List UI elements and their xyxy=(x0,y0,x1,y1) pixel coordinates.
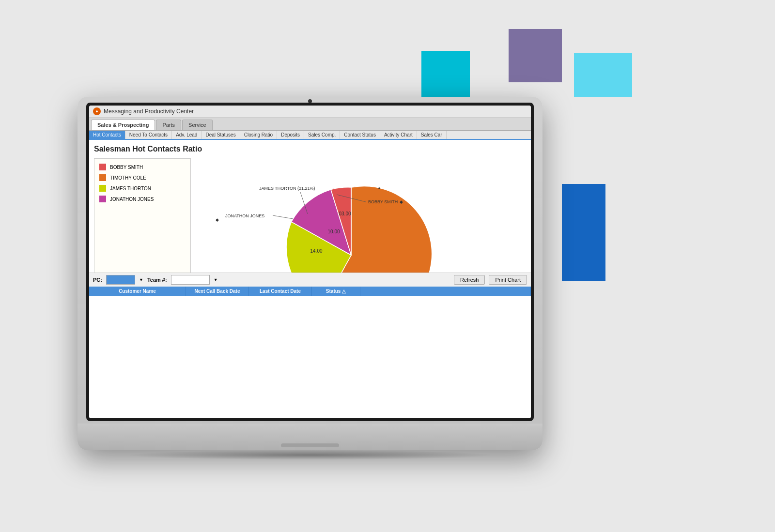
legend-box: BOBBY SMITH TIMOTHY COLE JAMES THORTON xyxy=(94,158,191,273)
app-icon: ● xyxy=(93,107,101,115)
bg-square-cyan xyxy=(421,51,470,99)
refresh-button[interactable]: Refresh xyxy=(454,275,485,285)
pie-chart-svg: 39.00 14.00 10.00 03.00 TIMOTHY COLE (59… xyxy=(245,158,477,273)
chart-content: BOBBY SMITH TIMOTHY COLE JAMES THORTON xyxy=(94,158,526,273)
legend-item-james: JAMES THORTON xyxy=(99,185,186,192)
subtab-adv-lead[interactable]: Adv. Lead xyxy=(172,131,202,139)
subtab-sales-car[interactable]: Sales Car xyxy=(417,131,447,139)
bg-square-cyan2 xyxy=(574,53,632,97)
subtab-need-to-contacts[interactable]: Need To Contacts xyxy=(125,131,172,139)
subtab-closing-ratio[interactable]: Closing Ratio xyxy=(240,131,277,139)
ticker-jonathon: ◆ xyxy=(216,217,219,222)
subtab-contact-status[interactable]: Contact Status xyxy=(340,131,380,139)
app-titlebar: ● Messaging and Productivity Center xyxy=(89,106,531,118)
bottom-toolbar: PC: ▼ Team #: ▼ Refresh Print Chart xyxy=(89,273,531,287)
pc-input[interactable] xyxy=(106,275,135,285)
subtab-activity-chart[interactable]: Activity Chart xyxy=(380,131,417,139)
main-tabs: Sales & Prospecting Parts Service xyxy=(89,118,531,131)
legend-label-james: JAMES THORTON xyxy=(110,186,151,191)
legend-label-bobby: BOBBY SMITH xyxy=(110,165,143,170)
bg-square-purple xyxy=(509,29,562,82)
legend-color-bobby xyxy=(99,164,106,170)
team-label: Team #: xyxy=(147,277,167,283)
bg-square-blue xyxy=(562,184,605,281)
laptop-screen: ● Messaging and Productivity Center Sale… xyxy=(89,106,531,418)
laptop-base-notch xyxy=(281,443,339,447)
th-extra xyxy=(360,287,531,296)
legend-item-timothy: TIMOTHY COLE xyxy=(99,174,186,181)
legend-color-timothy xyxy=(99,174,106,181)
laptop-shadow xyxy=(124,450,496,460)
tab-parts[interactable]: Parts xyxy=(156,120,181,130)
table-header: Customer Name Next Call Back Date Last C… xyxy=(89,287,531,296)
app-title: Messaging and Productivity Center xyxy=(104,108,194,115)
label-bobby: BOBBY SMITH xyxy=(368,199,398,204)
label-james: JAMES THORTON (21.21%) xyxy=(259,186,315,191)
subtab-hot-contacts[interactable]: Hot Contacts xyxy=(89,131,125,139)
th-last-contact: Last Contact Date xyxy=(249,287,312,296)
subtab-sales-comp[interactable]: Sales Comp. xyxy=(304,131,340,139)
team-input[interactable] xyxy=(171,275,210,285)
value-bobby: 03.00 xyxy=(339,211,351,216)
legend-item-bobby: BOBBY SMITH xyxy=(99,164,186,170)
line-jonathon xyxy=(273,215,293,219)
app-container: ● Messaging and Productivity Center Sale… xyxy=(89,106,531,418)
chart-section: Salesman Hot Contacts Ratio BOBBY SMITH xyxy=(94,145,526,273)
legend-color-jonathon xyxy=(99,196,106,202)
pie-chart-wrapper: 39.00 14.00 10.00 03.00 TIMOTHY COLE (59… xyxy=(196,158,526,273)
tab-service[interactable]: Service xyxy=(182,120,213,130)
legend-color-james xyxy=(99,185,106,192)
content-area: Salesman Hot Contacts Ratio BOBBY SMITH xyxy=(89,140,531,273)
legend-label-timothy: TIMOTHY COLE xyxy=(110,175,146,181)
value-jonathon: 10.00 xyxy=(327,229,340,234)
th-status: Status △ xyxy=(312,287,360,296)
subtab-deposits[interactable]: Deposits xyxy=(277,131,304,139)
subtab-deal-statuses[interactable]: Deal Statuses xyxy=(202,131,240,139)
laptop-bezel: ● Messaging and Productivity Center Sale… xyxy=(86,103,534,421)
ticker-bobby: ◆ xyxy=(400,199,403,204)
laptop-base xyxy=(78,424,542,450)
th-customer-name: Customer Name xyxy=(89,287,186,296)
ticker-james: ✦ xyxy=(377,186,381,191)
th-next-call: Next Call Back Date xyxy=(186,287,249,296)
pc-dropdown-icon[interactable]: ▼ xyxy=(139,277,143,282)
sub-tabs: Hot Contacts Need To Contacts Adv. Lead … xyxy=(89,131,531,140)
chart-title: Salesman Hot Contacts Ratio xyxy=(94,145,526,153)
tab-sales-prospecting[interactable]: Sales & Prospecting xyxy=(91,120,155,130)
pc-label: PC: xyxy=(93,277,102,283)
laptop-shell: ● Messaging and Productivity Center Sale… xyxy=(78,97,542,450)
print-chart-button[interactable]: Print Chart xyxy=(489,275,527,285)
team-dropdown-icon[interactable]: ▼ xyxy=(214,277,218,282)
label-jonathon: JONATHON JONES xyxy=(225,213,264,218)
legend-item-jonathon: JONATHON JONES xyxy=(99,196,186,202)
legend-label-jonathon: JONATHON JONES xyxy=(110,197,154,202)
table-body xyxy=(89,296,531,419)
app-icon-letter: ● xyxy=(95,109,98,114)
value-james: 14.00 xyxy=(310,248,322,254)
